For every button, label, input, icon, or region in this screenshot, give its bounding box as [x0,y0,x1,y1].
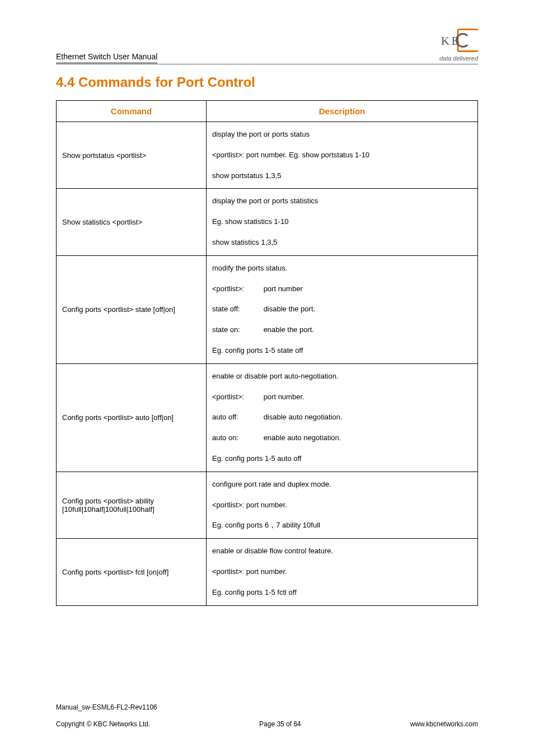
desc-val: enable the port. [264,325,314,334]
desc-line: <portlist>: port number. [212,500,472,511]
page-header: Ethernet Switch User Manual K B data del… [56,0,478,62]
footer-manual-id: Manual_sw-ESML6-FL2-Rev1106 [56,703,478,711]
kbc-logo-icon: K B [438,27,478,54]
commands-table: Command Description Show portstatus <por… [56,100,478,606]
desc-line: display the port or ports status [212,129,472,141]
table-row: Show portstatus <portlist> display the p… [57,122,478,189]
footer-copyright: Copyright © KBC Networks Ltd. [56,720,150,728]
desc-key: state on: [212,324,261,336]
desc-line: <portlist>: port number. [212,391,472,403]
table-row: Config ports <portlist> ability [10full|… [57,472,478,538]
desc-line: configure port rate and duplex mode. [212,479,472,491]
section-heading: 4.4 Commands for Port Control [56,74,478,90]
desc-line: enable or disable flow control feature. [212,545,472,557]
table-head-row: Command Description [57,101,478,122]
cell-command: Show statistics <portlist> [57,189,207,255]
desc-key: auto on: [212,432,261,444]
cell-description: enable or disable port auto-negotiation.… [207,363,478,472]
th-command: Command [57,101,207,122]
table-row: Show statistics <portlist> display the p… [57,189,478,255]
header-left-wrap: Ethernet Switch User Manual [56,52,157,62]
footer-url: www.kbcnetworks.com [410,720,478,728]
page-footer: Manual_sw-ESML6-FL2-Rev1106 Copyright © … [56,703,478,728]
desc-val: disable the port. [264,305,316,313]
desc-line: auto off: disable auto negotiation. [212,412,472,423]
desc-line: display the port or ports statistics [212,195,472,207]
svg-text:K: K [441,34,450,48]
header-title: Ethernet Switch User Manual [56,52,157,61]
desc-key: state off: [212,304,261,315]
desc-val: disable auto negotiation. [264,413,343,421]
cell-description: enable or disable flow control feature. … [207,539,478,605]
brand-logo: K B data delivered [438,27,478,62]
cell-command: Config ports <portlist> auto [off|on] [57,363,207,472]
desc-val: port number [264,284,303,293]
cell-command: Config ports <portlist> state [off|on] [57,255,207,363]
table-row: Config ports <portlist> auto [off|on] en… [57,363,478,472]
footer-page-number: Page 35 of 64 [259,720,301,728]
desc-line: Eg. config ports 6，7 ability 10full [212,520,472,531]
cell-command: Show portstatus <portlist> [57,122,207,189]
cell-description: modify the ports status. <portlist>: por… [207,255,478,363]
header-divider [56,64,478,64]
desc-line: <portlist>: port number [212,283,472,295]
desc-line: auto on: enable auto negotiation. [212,432,472,444]
desc-val: enable auto negotiation. [264,433,341,442]
desc-val: port number. [264,393,305,401]
desc-line: show statistics 1,3,5 [212,237,472,249]
cell-description: display the port or ports status <portli… [207,122,478,189]
page: Ethernet Switch User Manual K B data del… [0,0,534,756]
cell-command: Config ports <portlist> ability [10full|… [57,472,207,538]
desc-key: auto off: [212,412,261,423]
th-description: Description [207,101,478,122]
desc-line: Eg. config ports 1-5 auto off [212,453,472,465]
desc-line: modify the ports status. [212,263,472,274]
desc-line: enable or disable port auto-negotiation. [212,371,472,382]
desc-line: Eg. config ports 1-5 state off [212,345,472,357]
table-row: Config ports <portlist> state [off|on] m… [57,255,478,363]
table-row: Config ports <portlist> fctl [on|off] en… [57,539,478,605]
cell-description: configure port rate and duplex mode. <po… [207,472,478,538]
desc-line: show portstatus 1,3,5 [212,170,472,182]
cell-description: display the port or ports statistics Eg.… [207,189,478,255]
desc-line: state off: disable the port. [212,304,472,315]
footer-meta-row: Copyright © KBC Networks Ltd. Page 35 of… [56,720,478,728]
desc-line: Eg. config ports 1-5 fctl off [212,587,472,599]
desc-key: <portlist>: [212,283,261,295]
desc-line: Eg. show statistics 1-10 [212,216,472,228]
desc-line: <portlist>: port number. Eg. show portst… [212,150,472,161]
desc-line: state on: enable the port. [212,324,472,336]
brand-tagline: data delivered [439,55,478,62]
desc-line: <portlist>: port number. [212,566,472,578]
cell-command: Config ports <portlist> fctl [on|off] [57,539,207,605]
desc-key: <portlist>: [212,391,261,403]
